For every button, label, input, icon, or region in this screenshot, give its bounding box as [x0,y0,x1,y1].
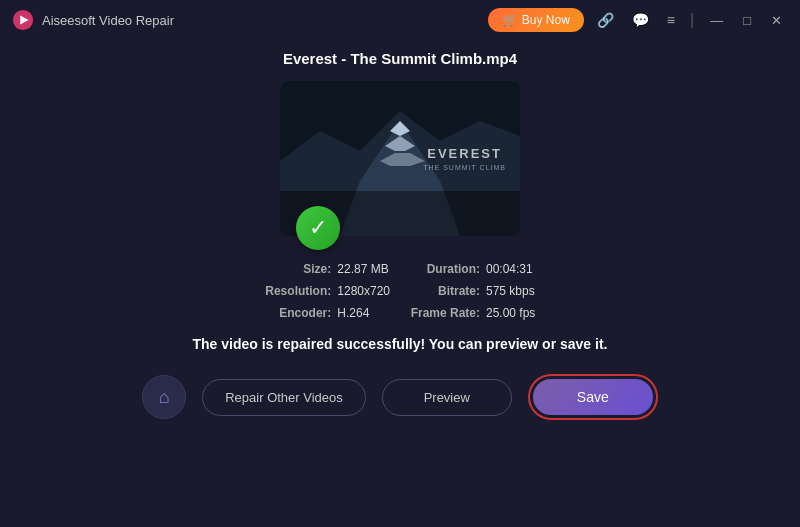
repair-other-button[interactable]: Repair Other Videos [202,379,366,416]
preview-button[interactable]: Preview [382,379,512,416]
app-logo-icon [12,9,34,31]
duration-value: 00:04:31 [486,262,533,276]
framerate-value: 25.00 fps [486,306,535,320]
chat-icon[interactable]: 💬 [627,9,654,31]
action-buttons-row: ⌂ Repair Other Videos Preview Save [142,374,658,420]
bitrate-row: Bitrate: 575 kbps [410,284,539,298]
cart-icon: 🛒 [502,13,517,27]
framerate-label: Frame Rate: [410,306,480,320]
success-message: The video is repaired successfully! You … [193,336,608,352]
success-checkmark-badge: ✓ [296,206,340,250]
size-row: Size: 22.87 MB [261,262,390,276]
metadata-grid: Size: 22.87 MB Duration: 00:04:31 Resolu… [261,262,538,320]
resolution-value: 1280x720 [337,284,390,298]
framerate-row: Frame Rate: 25.00 fps [410,306,539,320]
app-title: Aiseesoft Video Repair [42,13,174,28]
separator: | [690,11,694,29]
encoder-row: Encoder: H.264 [261,306,390,320]
thumbnail-title-text: EVEREST THE SUMMIT CLIMB [423,145,506,173]
titlebar-left: Aiseesoft Video Repair [12,9,174,31]
resolution-row: Resolution: 1280x720 [261,284,390,298]
maximize-button[interactable]: □ [737,10,757,31]
home-button[interactable]: ⌂ [142,375,186,419]
bitrate-label: Bitrate: [410,284,480,298]
link-icon[interactable]: 🔗 [592,9,619,31]
duration-row: Duration: 00:04:31 [410,262,539,276]
close-button[interactable]: ✕ [765,10,788,31]
menu-icon[interactable]: ≡ [662,9,680,31]
duration-label: Duration: [410,262,480,276]
main-content: Everest - The Summit Climb.mp4 EVEREST [0,40,800,440]
video-thumbnail-wrapper: EVEREST THE SUMMIT CLIMB ✓ [280,81,520,236]
checkmark-icon: ✓ [309,215,327,241]
encoder-value: H.264 [337,306,369,320]
video-filename: Everest - The Summit Climb.mp4 [283,50,517,67]
bitrate-value: 575 kbps [486,284,535,298]
titlebar-right: 🛒 Buy Now 🔗 💬 ≡ | — □ ✕ [488,8,788,32]
buy-now-label: Buy Now [522,13,570,27]
buy-now-button[interactable]: 🛒 Buy Now [488,8,584,32]
save-button[interactable]: Save [533,379,653,415]
encoder-label: Encoder: [261,306,331,320]
size-label: Size: [261,262,331,276]
home-icon: ⌂ [159,387,170,408]
resolution-label: Resolution: [261,284,331,298]
titlebar: Aiseesoft Video Repair 🛒 Buy Now 🔗 💬 ≡ |… [0,0,800,40]
save-button-wrapper: Save [528,374,658,420]
minimize-button[interactable]: — [704,10,729,31]
size-value: 22.87 MB [337,262,388,276]
